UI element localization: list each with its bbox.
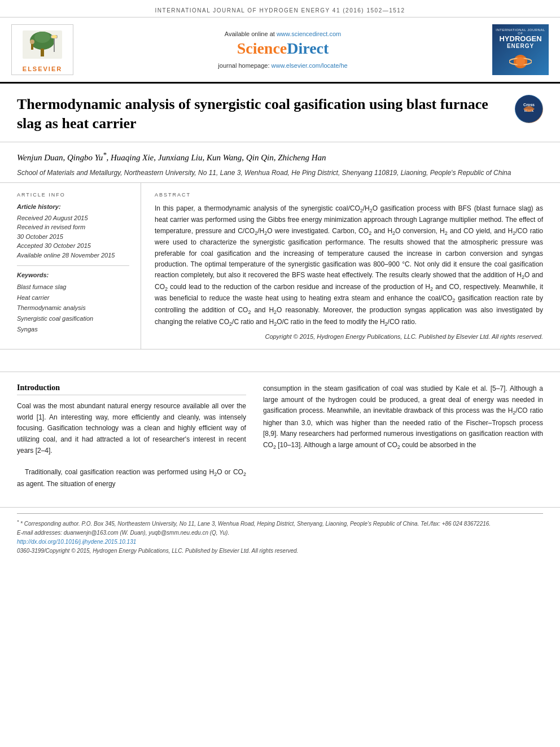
elsevier-logo: ELSEVIER xyxy=(11,24,73,75)
intro-paragraph-1: Coal was the most abundant natural energ… xyxy=(17,401,246,457)
svg-point-11 xyxy=(516,57,525,66)
intro-paragraph-2-left: Traditionally, coal gasification reactio… xyxy=(17,467,246,490)
divider xyxy=(17,265,129,266)
keyword-3: Thermodynamic analysis xyxy=(17,303,129,313)
he-logo-planet xyxy=(509,51,532,71)
journal-header: ELSEVIER Available online at www.science… xyxy=(0,18,560,84)
issn-text: 0360-3199/Copyright © 2015, Hydrogen Ene… xyxy=(17,547,543,556)
he-logo-energy-text: ENERGY xyxy=(507,43,534,49)
author-zhicheng-han: Zhicheng Han xyxy=(278,153,326,162)
introduction-heading: Introduction xyxy=(17,383,246,395)
abstract-column: ABSTRACT In this paper, a thermodynamic … xyxy=(141,183,543,349)
article-title-section: Thermodynamic analysis of synergistic co… xyxy=(0,84,560,142)
copyright-text: Copyright © 2015, Hydrogen Energy Public… xyxy=(155,333,543,340)
journal-homepage-text: journal homepage: www.elsevier.com/locat… xyxy=(85,62,481,69)
svg-text:Cross: Cross xyxy=(523,103,535,107)
svg-point-2 xyxy=(34,32,50,43)
received-revised-label: Received in revised form xyxy=(17,222,129,232)
author-wenjun-duan: Wenjun Duan, xyxy=(17,153,67,162)
intro-paragraph-2-right: consumption in the steam gasification of… xyxy=(263,383,543,452)
doi-link: http://dx.doi.org/10.1016/j.ijhydene.201… xyxy=(17,538,543,547)
svg-rect-3 xyxy=(41,49,44,56)
abstract-heading: ABSTRACT xyxy=(155,192,543,198)
article-body: ARTICLE INFO Article history: Received 2… xyxy=(0,183,560,350)
right-column: consumption in the steam gasification of… xyxy=(263,383,543,490)
affiliation-text: School of Materials and Metallurgy, Nort… xyxy=(17,168,543,178)
top-bar: INTERNATIONAL JOURNAL OF HYDROGEN ENERGY… xyxy=(0,0,560,18)
abstract-text: In this paper, a thermodynamic analysis … xyxy=(155,203,543,329)
author-qingbo-yu: Qingbo Yu*, xyxy=(67,153,111,162)
doi-anchor[interactable]: http://dx.doi.org/10.1016/j.ijhydene.201… xyxy=(17,539,136,545)
author-junxiang-liu: Junxiang Liu, xyxy=(158,153,207,162)
author-huaqing-xie: Huaqing Xie, xyxy=(111,153,158,162)
crossmark-circle: Cross Mark xyxy=(515,95,543,123)
spacer-section xyxy=(0,350,560,372)
available-online-date: Available online 28 November 2015 xyxy=(17,251,129,260)
email-addresses: E-mail addresses: duanwenjn@163.com (W. … xyxy=(17,528,543,538)
footer-section: * * Corresponding author. P.O. Box 345, … xyxy=(0,507,560,561)
svg-point-8 xyxy=(51,35,57,38)
article-info-column: ARTICLE INFO Article history: Received 2… xyxy=(17,183,141,349)
journal-citation: INTERNATIONAL JOURNAL OF HYDROGEN ENERGY… xyxy=(155,7,405,14)
hydrogen-energy-journal-logo: International Journal of HYDROGEN ENERGY xyxy=(492,24,549,75)
keyword-5: Syngas xyxy=(17,324,129,335)
svg-rect-6 xyxy=(54,36,55,52)
he-logo-hydrogen-text: HYDROGEN xyxy=(499,35,541,43)
sciencedirect-url[interactable]: www.sciencedirect.com xyxy=(277,30,341,37)
received-revised-date: 30 October 2015 xyxy=(17,232,129,242)
received-date: Received 20 August 2015 xyxy=(17,213,129,223)
svg-point-4 xyxy=(30,40,34,44)
corresponding-author-note: * * Corresponding author. P.O. Box 345, … xyxy=(17,518,543,528)
article-main-title: Thermodynamic analysis of synergistic co… xyxy=(17,95,491,133)
keyword-2: Heat carrier xyxy=(17,292,129,303)
brand-direct: Direct xyxy=(287,40,329,57)
sciencedirect-logo: ScienceDirect xyxy=(85,40,481,58)
elsevier-brand-text: ELSEVIER xyxy=(23,65,62,72)
svg-rect-5 xyxy=(31,44,33,50)
article-history-heading: Article history: xyxy=(17,203,129,210)
authors-section: Wenjun Duan, Qingbo Yu*, Huaqing Xie, Ju… xyxy=(0,142,560,183)
keyword-1: Blast furnace slag xyxy=(17,282,129,292)
left-column: Introduction Coal was the most abundant … xyxy=(17,383,246,490)
keyword-4: Synergistic coal gasification xyxy=(17,313,129,324)
article-info-heading: ARTICLE INFO xyxy=(17,192,129,198)
accepted-date: Accepted 30 October 2015 xyxy=(17,241,129,251)
main-content: Introduction Coal was the most abundant … xyxy=(0,372,560,490)
keywords-heading: Keywords: xyxy=(17,272,129,278)
journal-center: Available online at www.sciencedirect.co… xyxy=(73,30,492,69)
available-online-text: Available online at www.sciencedirect.co… xyxy=(85,30,481,37)
journal-homepage-url[interactable]: www.elsevier.com/locate/he xyxy=(272,62,348,69)
author-kun-wang: Kun Wang, xyxy=(207,153,246,162)
brand-science: Science xyxy=(237,40,287,57)
author-qin-qin: Qin Qin, xyxy=(246,153,278,162)
authors-list: Wenjun Duan, Qingbo Yu*, Huaqing Xie, Ju… xyxy=(17,149,543,164)
crossmark-badge: Cross Mark xyxy=(515,95,543,123)
